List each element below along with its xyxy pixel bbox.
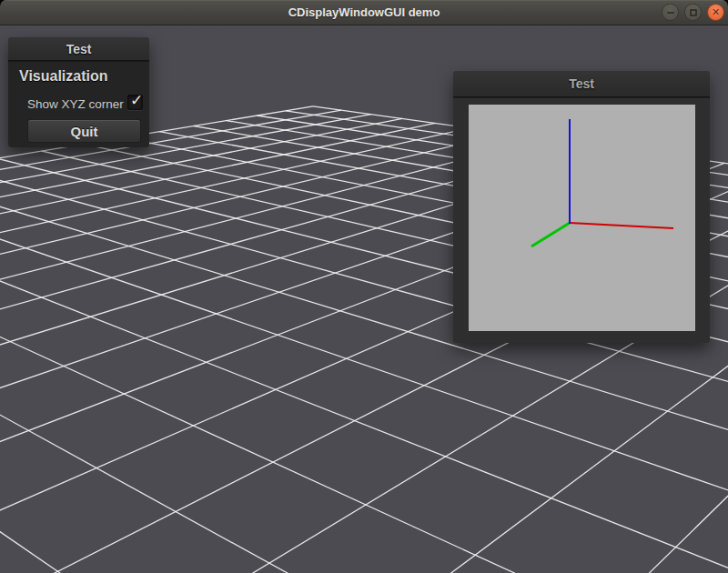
quit-button[interactable]: Quit — [27, 119, 141, 143]
grid-line — [0, 123, 435, 390]
subwindow-header[interactable]: Test — [453, 71, 710, 97]
control-panel: Test Visualization Show XYZ corner ✓ Qui… — [8, 37, 149, 147]
minimize-button[interactable] — [662, 4, 679, 21]
close-icon: ✕ — [712, 7, 720, 17]
app-window: CDisplayWindowGUI demo ✕ Test Visualiz — [0, 0, 728, 573]
y-axis-line — [531, 223, 570, 246]
maximize-icon — [690, 9, 697, 16]
xyz-axes — [469, 105, 695, 331]
titlebar[interactable]: CDisplayWindowGUI demo ✕ — [0, 0, 728, 25]
desktop-background: CDisplayWindowGUI demo ✕ Test Visualiz — [0, 0, 728, 573]
control-panel-header[interactable]: Test — [8, 37, 149, 61]
checkmark-icon: ✓ — [130, 91, 143, 110]
close-button[interactable]: ✕ — [707, 4, 724, 21]
window-controls: ✕ — [662, 4, 724, 21]
control-panel-title: Test — [66, 42, 92, 56]
minimize-icon — [667, 12, 674, 14]
test-subwindow: Test — [453, 71, 710, 343]
maximize-button[interactable] — [684, 4, 702, 21]
subwindow-title: Test — [569, 76, 594, 91]
axes-viewport[interactable] — [469, 105, 695, 331]
x-axis-line — [570, 223, 673, 228]
section-label: Visualization — [19, 68, 108, 85]
checkbox-label: Show XYZ corner — [27, 97, 124, 111]
show-xyz-checkbox[interactable]: ✓ — [127, 95, 143, 110]
window-title: CDisplayWindowGUI demo — [288, 5, 440, 19]
gl-viewport[interactable]: Test Visualization Show XYZ corner ✓ Qui… — [0, 25, 728, 573]
